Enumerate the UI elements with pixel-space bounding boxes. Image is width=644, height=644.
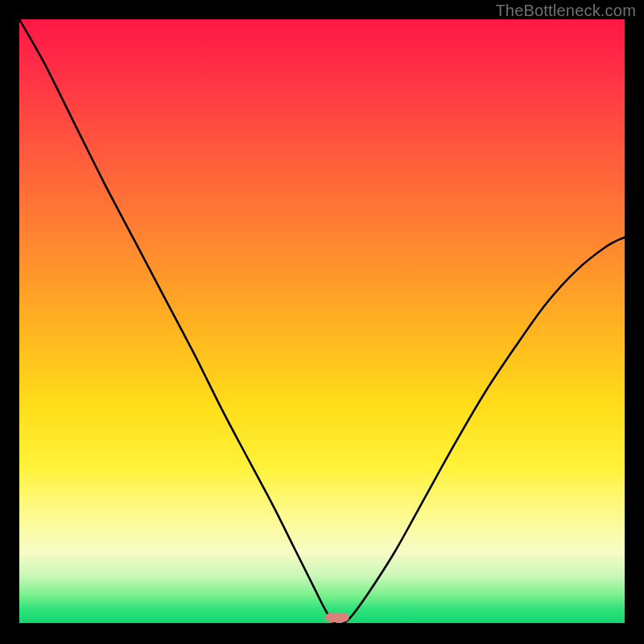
watermark-text: TheBottleneck.com	[495, 2, 636, 20]
svg-rect-1	[325, 613, 349, 622]
optimal-marker	[19, 19, 625, 625]
chart-frame: TheBottleneck.com	[0, 0, 644, 644]
plot-area	[19, 19, 625, 625]
